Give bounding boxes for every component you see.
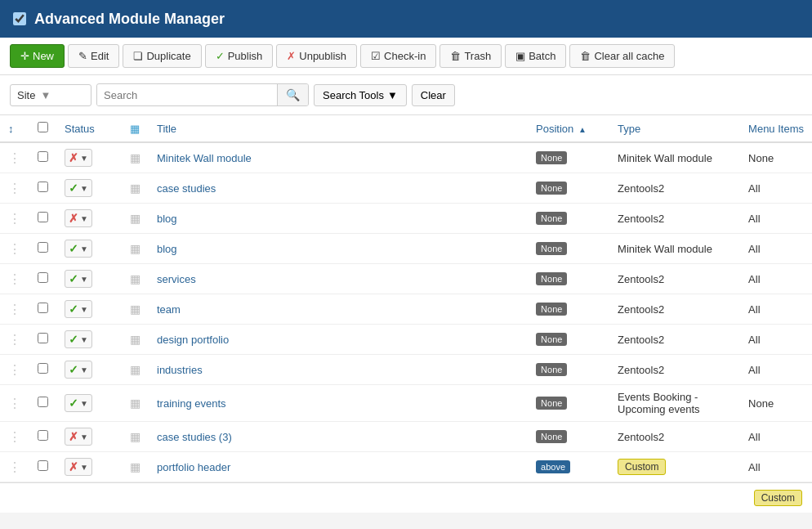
grid-icon: ▦ <box>130 272 141 285</box>
module-title-link[interactable]: Minitek Wall module <box>157 152 252 164</box>
module-title-link[interactable]: case studies <box>157 182 216 195</box>
unpublish-button[interactable]: ✗ Unpublish <box>276 44 357 68</box>
site-selector[interactable]: Site ▼ <box>10 84 91 106</box>
module-title-link[interactable]: case studies (3) <box>157 431 232 443</box>
col-header-position[interactable]: Position ▲ <box>528 115 609 142</box>
drag-handle[interactable]: ⋮ <box>8 272 21 286</box>
status-toggle[interactable]: ✗ ▼ <box>65 209 92 227</box>
col-header-type[interactable]: ➡ Type <box>609 115 740 142</box>
col-header-status[interactable]: Status <box>56 115 122 142</box>
plus-icon: ✛ <box>20 50 29 62</box>
drag-handle[interactable]: ⋮ <box>8 460 21 474</box>
drag-handle[interactable]: ⋮ <box>8 151 21 165</box>
row-checkbox[interactable] <box>38 272 48 283</box>
module-title-link[interactable]: industries <box>157 364 203 376</box>
row-checkbox[interactable] <box>38 182 48 192</box>
grid-icon: ▦ <box>130 430 141 443</box>
status-toggle[interactable]: ✗ ▼ <box>65 458 92 476</box>
toolbar: ✛ New ✎ Edit ❏ Duplicate ✓ Publish ✗ Unp… <box>0 38 812 75</box>
select-all-checkbox[interactable] <box>38 122 48 132</box>
table-row: ⋮ ✓ ▼ ▦servicesNoneZentools2All <box>0 264 812 294</box>
trash-button[interactable]: 🗑 Trash <box>439 44 502 68</box>
module-title-link[interactable]: services <box>157 273 196 285</box>
search-tools-button[interactable]: Search Tools ▼ <box>314 84 407 106</box>
module-table-wrap: ↕ Status ▦ Title Position ▲ ➡ Type <box>0 115 812 482</box>
status-toggle[interactable]: ✓ ▼ <box>65 240 92 258</box>
clear-search-button[interactable]: Clear <box>412 84 455 106</box>
row-checkbox[interactable] <box>38 430 48 441</box>
module-table: ↕ Status ▦ Title Position ▲ ➡ Type <box>0 115 812 482</box>
row-checkbox[interactable] <box>38 242 48 253</box>
table-row: ⋮ ✓ ▼ ▦design portfolioNoneZentools2All <box>0 325 812 355</box>
row-checkbox[interactable] <box>38 460 48 471</box>
type-label: Minitek Wall module <box>618 152 712 164</box>
status-toggle[interactable]: ✓ ▼ <box>65 179 92 197</box>
edit-button[interactable]: ✎ Edit <box>68 44 119 68</box>
dropdown-arrow: ▼ <box>80 335 88 344</box>
dropdown-arrow: ▼ <box>80 154 88 163</box>
dropdown-arrow: ▼ <box>80 214 88 223</box>
batch-button[interactable]: ▣ Batch <box>505 44 566 68</box>
table-row: ⋮ ✓ ▼ ▦case studiesNoneZentools2All <box>0 173 812 204</box>
row-checkbox[interactable] <box>38 397 48 407</box>
clear-cache-button[interactable]: 🗑 Clear all cache <box>569 44 675 68</box>
search-submit-button[interactable]: 🔍 <box>277 84 308 105</box>
module-title-link[interactable]: team <box>157 303 181 316</box>
menu-items-cell: All <box>740 355 812 385</box>
grid-icon: ▦ <box>130 363 141 376</box>
duplicate-button[interactable]: ❏ Duplicate <box>123 44 201 68</box>
publish-button[interactable]: ✓ Publish <box>205 44 274 68</box>
check-icon: ✓ <box>69 397 78 410</box>
status-toggle[interactable]: ✓ ▼ <box>65 361 92 379</box>
grid-icon: ▦ <box>130 333 141 346</box>
status-toggle[interactable]: ✗ ▼ <box>65 428 92 446</box>
grid-icon: ▦ <box>130 397 141 410</box>
col-header-check[interactable] <box>29 115 56 142</box>
module-title-link[interactable]: design portfolio <box>157 334 229 346</box>
menu-items-cell: All <box>740 173 812 204</box>
position-badge: None <box>536 272 567 285</box>
col-header-order[interactable]: ↕ <box>0 115 29 142</box>
status-toggle[interactable]: ✓ ▼ <box>65 300 92 318</box>
module-title-link[interactable]: portfolio header <box>157 461 230 473</box>
table-row: ⋮ ✗ ▼ ▦case studies (3)NoneZentools2All <box>0 422 812 452</box>
status-toggle[interactable]: ✓ ▼ <box>65 330 92 348</box>
pagination-bar: Custom <box>0 482 812 513</box>
col-header-title[interactable]: Title <box>149 115 528 142</box>
status-toggle[interactable]: ✓ ▼ <box>65 270 92 288</box>
module-title-link[interactable]: blog <box>157 243 177 255</box>
module-title-link[interactable]: blog <box>157 213 177 225</box>
col-header-menu[interactable]: Menu Items <box>740 115 812 142</box>
grid-icon: ▦ <box>130 212 141 225</box>
row-checkbox[interactable] <box>38 212 48 222</box>
row-checkbox[interactable] <box>38 303 48 313</box>
drag-handle[interactable]: ⋮ <box>8 363 21 377</box>
drag-handle[interactable]: ⋮ <box>8 212 21 226</box>
checkin-button[interactable]: ☑ Check-in <box>360 44 436 68</box>
menu-items-cell: All <box>740 294 812 325</box>
row-checkbox[interactable] <box>38 333 48 343</box>
row-checkbox[interactable] <box>38 363 48 374</box>
drag-handle[interactable]: ⋮ <box>8 242 21 256</box>
drag-handle[interactable]: ⋮ <box>8 333 21 347</box>
search-input[interactable] <box>97 85 277 105</box>
table-row: ⋮ ✓ ▼ ▦training eventsNoneEvents Booking… <box>0 385 812 422</box>
top-bar-checkbox[interactable] <box>13 12 26 25</box>
custom-badge[interactable]: Custom <box>754 490 802 506</box>
drag-handle[interactable]: ⋮ <box>8 397 21 410</box>
table-row: ⋮ ✗ ▼ ▦Minitek Wall moduleNoneMinitek Wa… <box>0 142 812 173</box>
drag-handle[interactable]: ⋮ <box>8 303 21 316</box>
status-toggle[interactable]: ✓ ▼ <box>65 394 92 412</box>
drag-handle[interactable]: ⋮ <box>8 430 21 444</box>
new-button[interactable]: ✛ New <box>10 44 65 68</box>
menu-items-cell: All <box>740 325 812 355</box>
x-icon: ✗ <box>287 50 296 62</box>
drag-handle[interactable]: ⋮ <box>8 182 21 195</box>
check-icon: ✓ <box>69 333 78 346</box>
module-title-link[interactable]: training events <box>157 397 226 410</box>
table-row: ⋮ ✗ ▼ ▦blogNoneZentools2All <box>0 204 812 234</box>
status-toggle[interactable]: ✗ ▼ <box>65 149 92 167</box>
grid-icon: ▦ <box>130 182 141 195</box>
table-row: ⋮ ✓ ▼ ▦blogNoneMinitek Wall moduleAll <box>0 234 812 264</box>
row-checkbox[interactable] <box>38 151 48 162</box>
